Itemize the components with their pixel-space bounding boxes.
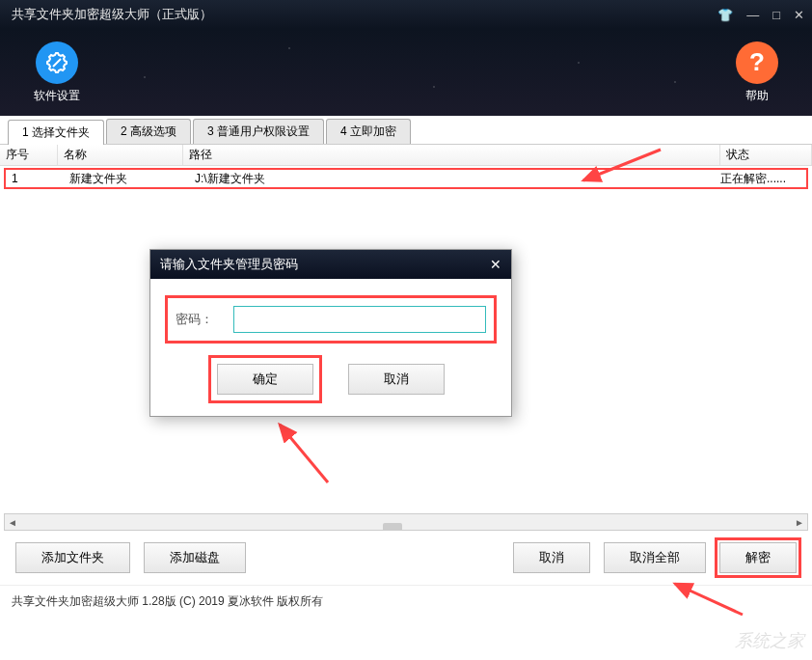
tabs: 1 选择文件夹 2 高级选项 3 普通用户权限设置 4 立即加密	[0, 116, 812, 145]
dialog-title-text: 请输入文件夹管理员密码	[160, 256, 298, 273]
tab-permissions[interactable]: 3 普通用户权限设置	[193, 119, 324, 144]
footer: 共享文件夹加密超级大师 1.28版 (C) 2019 夏冰软件 版权所有	[0, 585, 812, 618]
settings-icon	[36, 41, 78, 84]
app-title: 共享文件夹加密超级大师（正式版）	[8, 6, 212, 23]
dialog-body: 密码： 确定 取消	[150, 279, 511, 416]
skin-icon[interactable]: 👕	[717, 8, 733, 22]
col-name[interactable]: 名称	[58, 145, 183, 165]
cell-seq: 1	[6, 172, 64, 185]
tab-select-folder[interactable]: 1 选择文件夹	[8, 120, 104, 145]
close-icon[interactable]: ✕	[794, 8, 804, 22]
col-status[interactable]: 状态	[720, 145, 812, 165]
horizontal-scrollbar[interactable]: ◄ ►	[4, 513, 808, 531]
add-disk-button[interactable]: 添加磁盘	[144, 542, 246, 573]
tab-advanced[interactable]: 2 高级选项	[106, 119, 191, 144]
scroll-right-icon[interactable]: ►	[792, 514, 807, 530]
cancel-button[interactable]: 取消	[513, 542, 590, 573]
settings-label: 软件设置	[34, 88, 80, 104]
maximize-icon[interactable]: □	[772, 8, 780, 22]
header: 软件设置 ? 帮助	[0, 29, 812, 116]
scroll-left-icon[interactable]: ◄	[5, 514, 20, 530]
window-controls: 👕 — □ ✕	[717, 8, 804, 22]
col-seq[interactable]: 序号	[0, 145, 58, 165]
add-folder-button[interactable]: 添加文件夹	[15, 542, 130, 573]
dialog-cancel-button[interactable]: 取消	[348, 364, 445, 395]
table-header: 序号 名称 路径 状态	[0, 145, 812, 166]
password-dialog: 请输入文件夹管理员密码 ✕ 密码： 确定 取消	[149, 249, 512, 417]
dialog-close-icon[interactable]: ✕	[490, 257, 501, 272]
watermark: 系统之家	[735, 629, 804, 652]
col-path[interactable]: 路径	[183, 145, 720, 165]
tab-encrypt[interactable]: 4 立即加密	[326, 119, 411, 144]
cancel-all-button[interactable]: 取消全部	[604, 542, 706, 573]
dialog-titlebar: 请输入文件夹管理员密码 ✕	[150, 250, 511, 279]
bottom-buttons: 添加文件夹 添加磁盘 取消 取消全部 解密	[0, 531, 812, 585]
footer-text: 共享文件夹加密超级大师 1.28版 (C) 2019 夏冰软件 版权所有	[12, 594, 323, 608]
dialog-buttons: 确定 取消	[172, 364, 490, 395]
titlebar: 共享文件夹加密超级大师（正式版） 👕 — □ ✕	[0, 0, 812, 29]
minimize-icon[interactable]: —	[746, 8, 759, 22]
cell-status: 正在解密......	[715, 171, 806, 187]
cell-name: 新建文件夹	[64, 171, 189, 187]
decrypt-button[interactable]: 解密	[719, 542, 797, 573]
help-button[interactable]: ? 帮助	[736, 41, 778, 104]
table-row[interactable]: 1 新建文件夹 J:\新建文件夹 正在解密......	[4, 168, 808, 189]
password-label: 密码：	[176, 311, 224, 328]
dialog-ok-button[interactable]: 确定	[217, 364, 313, 395]
help-label: 帮助	[745, 88, 769, 104]
password-input[interactable]	[233, 306, 486, 333]
password-row: 密码：	[172, 302, 490, 337]
help-icon: ?	[736, 41, 778, 84]
scroll-thumb[interactable]	[383, 523, 402, 531]
settings-button[interactable]: 软件设置	[34, 41, 80, 104]
cell-path: J:\新建文件夹	[189, 171, 715, 187]
svg-line-0	[53, 59, 61, 67]
